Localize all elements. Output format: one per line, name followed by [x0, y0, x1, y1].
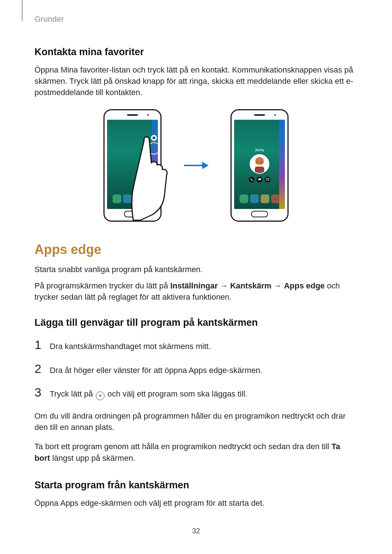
para-reorder: Om du vill ändra ordningen på programmen…: [34, 410, 358, 433]
phone-speaker: [254, 114, 265, 116]
dock-app-icon: [134, 194, 142, 203]
step-text: Tryck lätt på + och välj ett program som…: [50, 388, 247, 400]
contact-actions: [249, 177, 270, 182]
plus-circle-icon: +: [96, 391, 105, 400]
home-button-icon: [124, 211, 141, 217]
arrow-text: →: [271, 281, 284, 290]
svg-marker-1: [202, 162, 209, 169]
phone-camera: [274, 114, 276, 116]
dock-app-icon: [250, 194, 259, 203]
path-apps-edge: Apps edge: [284, 281, 324, 290]
step-number: 2: [34, 362, 43, 375]
text: Ta bort ett program genom att hålla en p…: [34, 442, 331, 451]
step-item: 3 Tryck lätt på + och välj ett program s…: [34, 386, 358, 400]
phone-speaker: [127, 114, 138, 116]
step-item: 2 Dra åt höger eller vänster för att öpp…: [34, 362, 358, 376]
dock-app-icon: [123, 194, 132, 203]
para-apps-edge-path: På programskärmen trycker du lätt på Ins…: [34, 280, 358, 303]
dock: [238, 192, 281, 205]
touch-indicator-icon: [148, 142, 158, 155]
page-category: Grunder: [34, 15, 358, 24]
call-icon: [249, 177, 254, 182]
path-edge-screen: Kantskärm: [230, 281, 271, 290]
illustration-row: Jenny: [34, 109, 358, 222]
text: På programskärmen trycker du lätt på: [34, 281, 170, 290]
phone-screen: Jenny: [234, 120, 285, 209]
home-button-icon: [251, 211, 268, 217]
heading-start-programs: Starta program från kantskärmen: [34, 480, 358, 491]
contact-name: Jenny: [255, 148, 265, 152]
arrow-text: →: [218, 281, 230, 290]
phone-camera: [147, 114, 149, 116]
arrow-right-icon: [183, 160, 209, 171]
dock: [111, 192, 154, 205]
path-settings: Inställningar: [170, 281, 218, 290]
step-text: Dra åt höger eller vänster för att öppna…: [50, 365, 262, 376]
para-contact-favourites: Öppna Mina favoriter-listan och tryck lä…: [34, 64, 358, 98]
phone-screen: [107, 120, 158, 209]
text: och välj ett program som ska läggas till…: [105, 389, 247, 398]
para-apps-edge-intro: Starta snabbt vanliga program på kantskä…: [34, 264, 358, 275]
svg-rect-6: [258, 178, 261, 180]
email-icon: [265, 177, 270, 182]
para-delete: Ta bort ett program genom att hålla en p…: [34, 441, 358, 463]
phone-after: Jenny: [230, 109, 289, 222]
dock-app-icon: [261, 194, 269, 203]
heading-apps-edge: Apps edge: [34, 242, 358, 257]
svg-rect-3: [255, 167, 264, 173]
text: Tryck lätt på: [50, 389, 95, 398]
svg-point-5: [261, 161, 262, 162]
heading-contact-favourites: Kontakta mina favoriter: [34, 46, 358, 58]
contact-popup: Jenny: [249, 148, 270, 182]
tab-marker: [22, 0, 23, 21]
heading-add-shortcuts: Lägga till genvägar till program på kant…: [34, 317, 358, 328]
step-number: 1: [34, 338, 43, 351]
phone-frame: [103, 109, 162, 222]
svg-point-4: [257, 161, 258, 162]
steps-list: 1 Dra kantskärmshandtaget mot skärmens m…: [34, 338, 358, 400]
dock-app-icon: [240, 194, 248, 203]
phone-before: [103, 109, 162, 222]
message-icon: [257, 177, 262, 182]
step-item: 1 Dra kantskärmshandtaget mot skärmens m…: [34, 338, 358, 352]
edge-contact-dot: [151, 135, 157, 141]
dock-app-icon: [113, 194, 121, 203]
avatar-icon: [250, 154, 269, 174]
dock-app-icon: [271, 194, 280, 203]
para-start-programs: Öppna Apps edge-skärmen och välj ett pro…: [34, 497, 358, 509]
page-number: 32: [192, 527, 200, 535]
step-text: Dra kantskärmshandtaget mot skärmens mit…: [50, 341, 211, 352]
step-number: 3: [34, 386, 43, 398]
dock-app-icon: [144, 194, 153, 203]
text: längst upp på skärmen.: [50, 454, 135, 463]
phone-frame: Jenny: [230, 109, 289, 222]
manual-page: Grunder Kontakta mina favoriter Öppna Mi…: [0, 0, 392, 554]
